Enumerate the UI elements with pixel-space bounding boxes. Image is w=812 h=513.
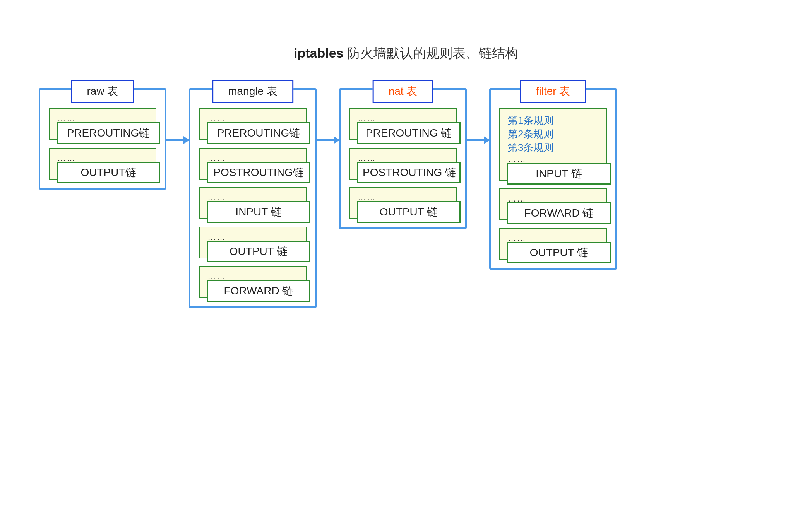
chain-group: ……POSTROUTING链 — [199, 148, 307, 180]
chain-label: OUTPUT 链 — [507, 242, 611, 263]
table-title-nat: nat 表 — [373, 80, 433, 103]
chain-label: POSTROUTING链 — [207, 162, 310, 183]
chain-group: ……PREROUTING链 — [199, 108, 307, 140]
chain-group: ……PREROUTING 链 — [349, 108, 457, 140]
chain-label: POSTROUTING 链 — [357, 162, 461, 183]
chain-label: OUTPUT 链 — [207, 241, 310, 262]
chain-label: PREROUTING 链 — [357, 122, 461, 144]
chain-group: ……OUTPUT 链 — [349, 187, 457, 219]
title-bold: iptables — [294, 46, 343, 60]
table-title-filter: filter 表 — [520, 80, 586, 103]
chain-label: PREROUTING链 — [207, 122, 310, 144]
chain-label: INPUT 链 — [507, 163, 611, 185]
chain-label: OUTPUT链 — [57, 162, 160, 183]
table-box-raw: raw 表……PREROUTING链……OUTPUT链 — [39, 88, 166, 190]
chain-label: PREROUTING链 — [57, 122, 160, 144]
tables-row: raw 表……PREROUTING链……OUTPUT链mangle 表……PRE… — [39, 77, 617, 308]
diagram-title: iptables 防火墙默认的规则表、链结构 — [0, 44, 812, 62]
title-rest: 防火墙默认的规则表、链结构 — [344, 46, 518, 60]
chain-label: OUTPUT 链 — [357, 201, 461, 223]
chain-label: INPUT 链 — [207, 201, 310, 223]
rule-line: 第3条规则 — [508, 141, 601, 154]
arrow-right-icon — [317, 139, 339, 141]
arrow-right-icon — [467, 139, 489, 141]
chain-group: 第1条规则第2条规则第3条规则……INPUT 链 — [499, 108, 607, 181]
arrow-right-icon — [166, 139, 189, 141]
chain-label: FORWARD 链 — [507, 202, 611, 224]
chain-group: ……OUTPUT 链 — [499, 228, 607, 260]
table-box-mangle: mangle 表……PREROUTING链……POSTROUTING链……INP… — [189, 88, 317, 308]
chain-group: ……OUTPUT 链 — [199, 227, 307, 258]
table-box-filter: filter 表第1条规则第2条规则第3条规则……INPUT 链……FORWAR… — [489, 88, 617, 270]
chain-group: ……PREROUTING链 — [49, 108, 156, 140]
chain-group: ……POSTROUTING 链 — [349, 148, 457, 180]
rule-line: 第1条规则 — [508, 114, 601, 127]
chain-group: ……INPUT 链 — [199, 187, 307, 219]
diagram-canvas: iptables 防火墙默认的规则表、链结构 raw 表……PREROUTING… — [0, 0, 812, 513]
table-title-raw: raw 表 — [71, 80, 134, 103]
table-title-mangle: mangle 表 — [212, 80, 293, 103]
table-box-nat: nat 表……PREROUTING 链……POSTROUTING 链……OUTP… — [339, 88, 467, 229]
chain-group: ……FORWARD 链 — [199, 266, 307, 298]
chain-group: ……OUTPUT链 — [49, 148, 156, 180]
chain-group: ……FORWARD 链 — [499, 188, 607, 220]
rule-line: 第2条规则 — [508, 127, 601, 141]
chain-label: FORWARD 链 — [207, 280, 310, 302]
